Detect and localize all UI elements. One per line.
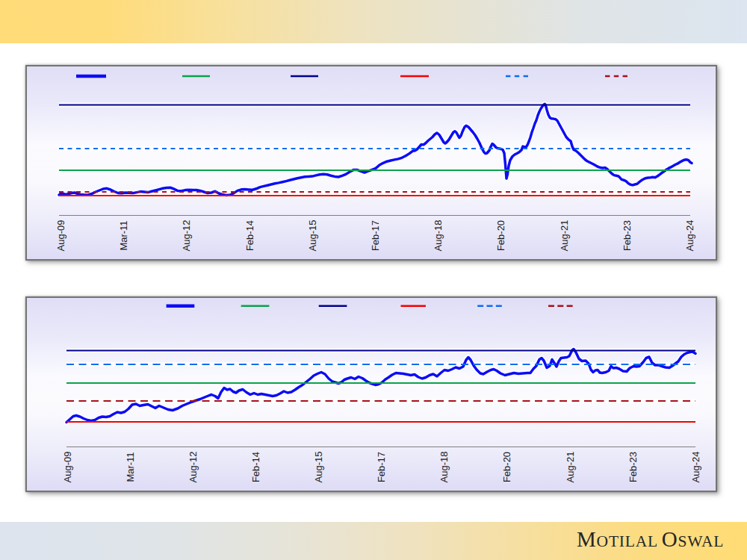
- svg-text:Aug-18: Aug-18: [433, 220, 444, 252]
- svg-text:Feb-14: Feb-14: [244, 220, 255, 251]
- svg-text:Feb-17: Feb-17: [370, 220, 381, 251]
- svg-text:Feb-23: Feb-23: [627, 452, 639, 482]
- svg-text:Mar-11: Mar-11: [125, 452, 136, 482]
- svg-text:Aug-18: Aug-18: [438, 452, 450, 483]
- svg-text:Aug-09: Aug-09: [62, 452, 73, 483]
- svg-text:Aug-21: Aug-21: [559, 220, 570, 252]
- svg-text:Aug-12: Aug-12: [181, 220, 192, 252]
- svg-text:Aug-24: Aug-24: [684, 220, 695, 252]
- svg-text:Aug-15: Aug-15: [307, 220, 318, 252]
- svg-text:Aug-15: Aug-15: [313, 452, 324, 483]
- svg-text:Feb-20: Feb-20: [501, 452, 512, 482]
- svg-text:Aug-21: Aug-21: [565, 452, 576, 483]
- svg-text:Aug-24: Aug-24: [690, 452, 701, 483]
- svg-text:Mar-11: Mar-11: [118, 220, 129, 250]
- svg-text:Feb-20: Feb-20: [495, 220, 506, 251]
- svg-text:Feb-17: Feb-17: [376, 452, 387, 482]
- svg-text:Aug-09: Aug-09: [55, 220, 66, 252]
- svg-text:Feb-23: Feb-23: [622, 220, 633, 251]
- svg-text:Aug-12: Aug-12: [187, 452, 199, 483]
- svg-text:Feb-14: Feb-14: [250, 452, 261, 482]
